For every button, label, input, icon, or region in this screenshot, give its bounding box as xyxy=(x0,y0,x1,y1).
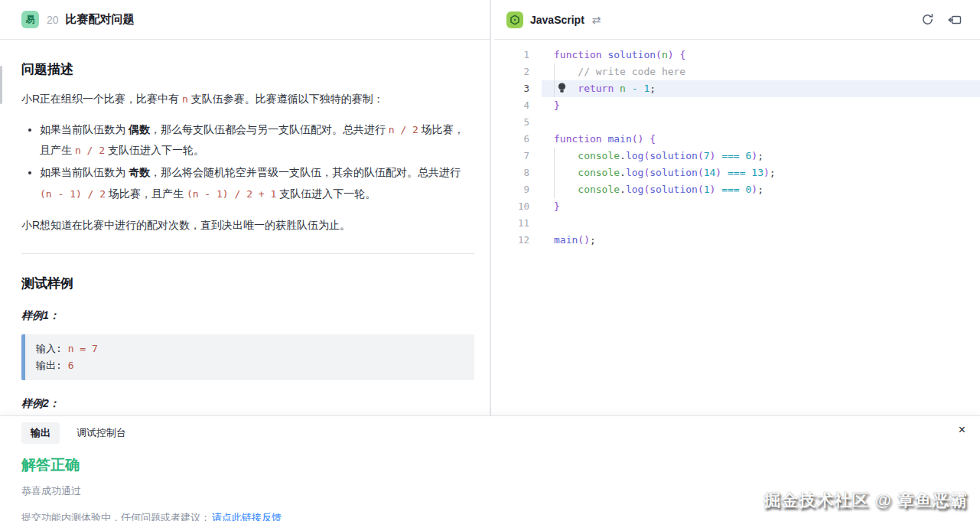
samples-heading: 测试样例 xyxy=(21,275,474,292)
line-number: 4 xyxy=(494,97,542,114)
code-token: ; xyxy=(770,167,776,178)
feedback-text: 提交功能内测体验中，任何问题或者建议： xyxy=(21,512,210,521)
code-token xyxy=(554,66,578,77)
code-token: ; xyxy=(650,83,656,94)
code-editor[interactable]: 1function solution(n) {2 // write code h… xyxy=(494,40,980,249)
sample1-output: 输出: 6 xyxy=(36,357,464,374)
inline-code: n / 2 xyxy=(389,124,418,135)
sample1-input: 输入: n = 7 xyxy=(36,340,464,357)
bold-text: 奇数 xyxy=(129,166,150,178)
code-token xyxy=(614,83,620,94)
code-token: console xyxy=(578,167,620,178)
line-number: 2 xyxy=(494,63,542,80)
close-output-icon[interactable]: × xyxy=(959,424,965,436)
problem-header: 易 20 比赛配对问题 xyxy=(0,0,490,40)
line-number: 12 xyxy=(494,232,542,249)
line-number: 1 xyxy=(494,47,542,63)
code-line[interactable]: 11 xyxy=(494,215,980,232)
line-number: 9 xyxy=(494,181,542,198)
text: ，那么每支队伍都会与另一支队伍配对。总共进行 xyxy=(150,123,389,135)
code-line[interactable]: 6function main() { xyxy=(494,131,980,148)
rules-list: 如果当前队伍数为 偶数，那么每支队伍都会与另一支队伍配对。总共进行 n / 2 … xyxy=(26,119,474,204)
text: 如果当前队伍数为 xyxy=(40,123,129,135)
code-line[interactable]: 4} xyxy=(494,97,980,114)
code-content: console.log(solution(14) === 13); xyxy=(542,164,980,181)
code-line[interactable]: 8 console.log(solution(14) === 13); xyxy=(494,164,980,181)
input-value: n = 7 xyxy=(68,343,98,354)
feedback-note: 提交功能内测体验中，任何问题或者建议：请点此链接反馈 xyxy=(21,511,959,521)
code-token xyxy=(554,184,578,195)
description-heading: 问题描述 xyxy=(21,60,474,78)
code-content: main(); xyxy=(542,232,980,249)
language-selector[interactable]: JavaScript xyxy=(530,14,584,26)
code-line[interactable]: 2 // write code here xyxy=(494,63,980,80)
code-token: ( xyxy=(656,49,662,60)
text: 支队伍参赛。比赛遵循以下独特的赛制： xyxy=(188,93,384,105)
code-token: ) xyxy=(668,49,674,60)
code-content: console.log(solution(1) === 0); xyxy=(542,181,980,198)
code-token xyxy=(740,150,746,161)
code-token: . xyxy=(620,150,626,161)
line-number: 10 xyxy=(494,198,542,215)
rule-odd: 如果当前队伍数为 奇数，那么将会随机轮空并晋级一支队伍，其余的队伍配对。总共进行… xyxy=(40,162,474,204)
code-token: solution xyxy=(650,150,698,161)
code-content xyxy=(542,114,980,131)
code-line[interactable]: 1function solution(n) { xyxy=(494,47,980,63)
inline-code: n / 2 xyxy=(75,145,105,156)
code-line[interactable]: 10} xyxy=(494,198,980,215)
code-token xyxy=(721,167,728,178)
code-token: === xyxy=(721,184,739,195)
code-line[interactable]: 5 xyxy=(494,114,980,131)
code-token: === xyxy=(728,167,745,178)
code-token: solution xyxy=(607,49,656,60)
output-tabs: 输出 调试控制台 xyxy=(21,422,959,444)
code-rows: 1function solution(n) {2 // write code h… xyxy=(494,47,980,249)
code-content: // write code here xyxy=(542,63,980,80)
code-line[interactable]: 3 return n - 1; xyxy=(494,80,980,97)
code-line[interactable]: 12main(); xyxy=(494,232,980,249)
rule-even: 如果当前队伍数为 偶数，那么每支队伍都会与另一支队伍配对。总共进行 n / 2 … xyxy=(40,119,474,161)
code-content: } xyxy=(542,198,980,215)
output-value: 6 xyxy=(68,360,74,371)
reset-code-icon[interactable] xyxy=(921,13,934,26)
problem-body: 问题描述 小R正在组织一个比赛，比赛中有 n 支队伍参赛。比赛遵循以下独特的赛制… xyxy=(0,60,490,468)
code-token: // write code here xyxy=(578,66,685,77)
line-number: 3 xyxy=(494,80,542,97)
code-token: console xyxy=(578,150,620,161)
code-token xyxy=(715,150,721,161)
code-token: } xyxy=(554,99,560,111)
text: 如果当前队伍数为 xyxy=(40,166,129,178)
code-token: function xyxy=(554,49,602,60)
code-token: === xyxy=(721,150,739,161)
watermark: 掘金技术社区 @ 章鱼恶霸 xyxy=(763,489,968,512)
code-line[interactable]: 7 console.log(solution(7) === 6); xyxy=(494,148,980,164)
code-token: 14 xyxy=(704,167,716,178)
inline-code: (n - 1) / 2 + 1 xyxy=(187,188,276,200)
code-token: log xyxy=(626,150,643,161)
problem-intro: 小R正在组织一个比赛，比赛中有 n 支队伍参赛。比赛遵循以下独特的赛制： xyxy=(21,90,474,109)
sample1-block: 输入: n = 7 输出: 6 xyxy=(21,334,474,380)
code-token: function xyxy=(554,133,602,145)
tab-debug-console[interactable]: 调试控制台 xyxy=(77,426,126,440)
difficulty-badge: 易 xyxy=(21,11,39,28)
feedback-link[interactable]: 请点此链接反馈 xyxy=(212,512,282,521)
code-token: log xyxy=(626,184,643,195)
line-number: 5 xyxy=(494,114,542,131)
switch-language-icon[interactable]: ⇄ xyxy=(592,14,601,26)
code-token: solution xyxy=(650,167,698,178)
code-line[interactable]: 9 console.log(solution(1) === 0); xyxy=(494,181,980,198)
code-token: ( xyxy=(698,184,704,195)
input-label: 输入: xyxy=(36,343,62,354)
left-scrollbar-thumb[interactable] xyxy=(0,66,2,104)
code-content: console.log(solution(7) === 6); xyxy=(542,148,980,164)
inline-code: n xyxy=(182,93,188,105)
text: 支队伍进入下一轮。 xyxy=(276,187,376,200)
collapse-panel-icon[interactable] xyxy=(948,14,962,26)
code-token: 7 xyxy=(704,150,710,161)
javascript-logo-icon xyxy=(506,11,523,28)
code-token: - xyxy=(632,83,638,94)
code-token: () xyxy=(578,234,590,246)
tab-output[interactable]: 输出 xyxy=(21,422,60,444)
code-token: console xyxy=(578,184,620,195)
code-content xyxy=(542,215,980,232)
